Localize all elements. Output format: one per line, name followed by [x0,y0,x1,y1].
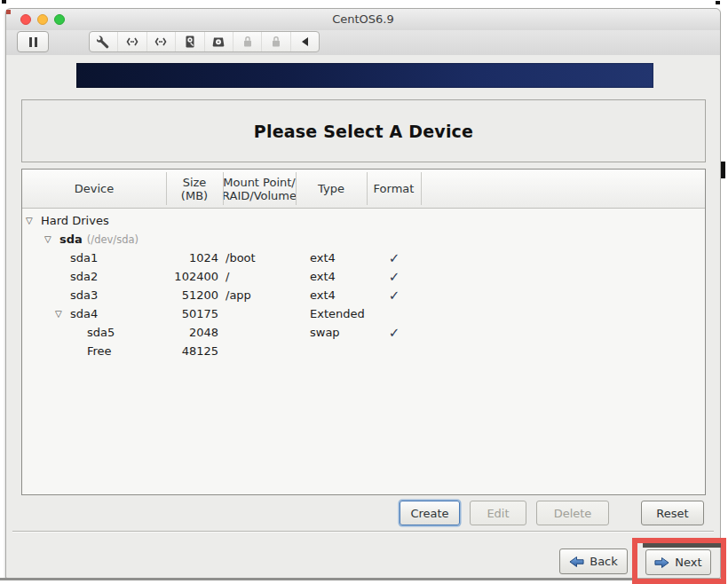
type-cell: ext4 [310,288,336,302]
mount-point-cell: /boot [226,251,256,264]
edit-button: Edit [470,501,526,525]
column-header-format[interactable]: Format [367,170,421,208]
divider [12,532,714,533]
type-cell: ext4 [310,270,336,283]
format-check-icon: ✓ [382,325,407,341]
column-separator [223,172,224,205]
page-title: Please Select A Device [254,122,473,141]
size-cell: 48125 [129,344,218,358]
column-separator [367,172,368,205]
device-status-bar [89,31,320,52]
usb-device-2-icon[interactable] [262,32,290,51]
back-button[interactable]: Back [559,548,628,574]
type-cell: swap [310,326,340,339]
column-header-mount-point[interactable]: Mount Point/ RAID/Volume [223,170,296,208]
mount-point-cell: /app [226,288,251,302]
size-cell: 2048 [129,326,218,339]
device-path: (/dev/sda) [87,233,138,246]
table-row-sda1[interactable]: sda11024/bootext4✓ [22,249,705,268]
screenshot-artifact [721,162,725,178]
collapse-toolbar-icon[interactable] [291,32,319,51]
size-cell: 1024 [129,251,218,264]
expander-icon[interactable]: ▽ [55,308,62,320]
device-name: sda3 [70,288,98,302]
device-name: sda4 [70,307,98,320]
size-cell: 51200 [129,288,218,302]
network-adapter-2-icon[interactable] [147,32,176,51]
left-triangle-icon [302,37,308,46]
zoom-window-button[interactable] [54,14,65,25]
device-name: sda1 [70,251,98,264]
size-cell: 50175 [129,307,218,320]
screenshot-canvas: CentOS6.9 [0,0,728,584]
screenshot-artifact [716,1,720,4]
format-check-icon: ✓ [382,269,407,285]
close-window-button[interactable] [20,14,31,25]
column-header-device[interactable]: Device [22,170,166,208]
pause-icon [35,37,37,47]
device-name: Free [87,344,112,358]
pause-icon [29,37,32,47]
minimize-window-button[interactable] [37,14,48,25]
vm-toolbar [6,30,720,56]
cd-dvd-icon[interactable] [205,32,233,51]
window-title: CentOS6.9 [6,9,720,30]
expander-icon[interactable]: ▽ [44,233,51,246]
installer-heading-box: Please Select A Device [21,99,706,162]
column-separator [166,172,167,205]
type-cell: Extended [310,307,365,320]
edge-strip-right [721,0,728,584]
expander-icon[interactable]: ▽ [26,215,33,227]
back-arrow-icon [569,556,584,568]
column-separator [421,172,422,205]
create-button[interactable]: Create [400,501,460,525]
format-check-icon: ✓ [382,250,407,266]
screenshot-artifact [6,10,11,14]
device-name: Hard Drives [41,214,109,227]
partition-table: Device Size (MB) Mount Point/ RAID/Volum… [21,169,706,495]
hard-disk-icon[interactable] [176,32,204,51]
size-cell: 102400 [129,270,218,283]
device-name: sda(/dev/sda) [59,233,138,246]
table-header-row: Device Size (MB) Mount Point/ RAID/Volum… [22,170,705,209]
column-separator [296,172,297,205]
highlight-box-next-button [632,538,726,584]
table-row-sda5[interactable]: sda52048swap✓ [22,324,705,343]
pause-vm-button[interactable] [17,31,49,52]
usb-device-1-icon[interactable] [233,32,262,51]
table-row-sda[interactable]: ▽sda(/dev/sda) [22,231,705,249]
delete-button: Delete [536,501,609,525]
type-cell: ext4 [310,251,336,264]
table-row-sda2[interactable]: sda2102400/ext4✓ [22,268,705,287]
table-row-sda3[interactable]: sda351200/appext4✓ [22,287,705,305]
reset-button[interactable]: Reset [641,501,704,525]
mount-point-cell: / [226,270,229,283]
edge-strip-bottom [0,580,634,584]
device-name: sda2 [70,270,98,283]
table-row-hard-drives[interactable]: ▽Hard Drives [22,212,705,231]
installer-banner [76,63,653,88]
table-row-sda4[interactable]: ▽sda450175Extended [22,305,705,324]
window-titlebar: CentOS6.9 [6,9,720,30]
table-row-free[interactable]: Free48125 [22,343,705,361]
screenshot-artifact [2,0,6,4]
edge-strip-top [0,0,728,8]
table-body: ▽Hard Drives▽sda(/dev/sda)sda11024/boote… [22,208,705,494]
column-header-type[interactable]: Type [296,170,367,208]
settings-wrench-icon[interactable] [90,32,118,51]
column-header-size[interactable]: Size (MB) [166,170,223,208]
device-name: sda5 [87,326,115,339]
network-adapter-1-icon[interactable] [118,32,146,51]
format-check-icon: ✓ [382,288,407,304]
